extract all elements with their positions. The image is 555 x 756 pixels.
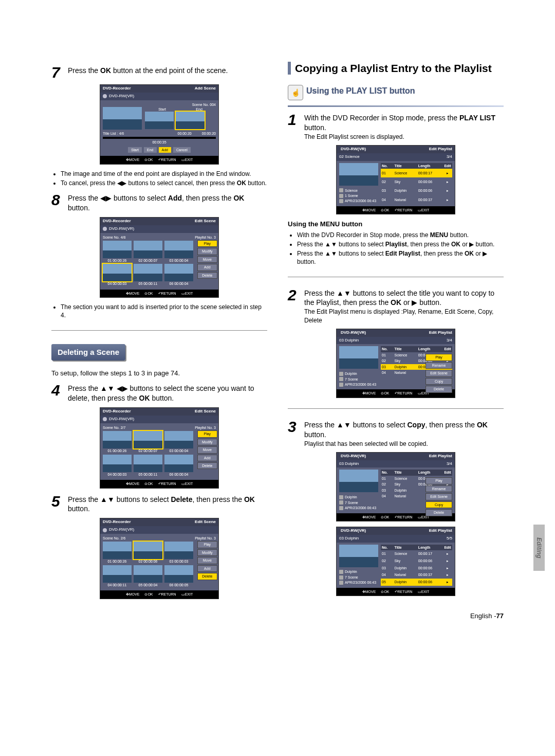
menu-bullets: With the DVD Recorder in Stop mode, pres… — [297, 231, 504, 266]
subheading: Using the PLAY LIST button — [306, 85, 415, 97]
divider — [51, 330, 267, 331]
step-8: 8 Press the ◀▶ buttons to select Add, th… — [51, 192, 267, 213]
right-step-1: 1 With the DVD Recorder in Stop mode, pr… — [288, 112, 504, 141]
left-column: 7 Press the OK button at the end point o… — [51, 62, 267, 621]
step-5: 5 Press the ▲▼ buttons to select Delete,… — [51, 494, 267, 514]
step-7: 7 Press the OK button at the end point o… — [51, 65, 267, 80]
step-text: Press the OK button at the end point of … — [68, 65, 267, 80]
side-tab: Editing — [533, 525, 545, 571]
dvd-screen-playlist-1: DVD-RW(VR)Edit Playlist 02 Science3/4 Sc… — [336, 145, 455, 214]
disc-icon — [103, 227, 107, 231]
dvd-screen-playlist-2: DVD-RW(VR)Edit Playlist 03 Dolphin3/4 Do… — [336, 329, 455, 398]
subheading-row: ☝ Using the PLAY LIST button — [288, 85, 504, 100]
right-step-3: 3 Press the ▲▼ buttons to select Copy, t… — [288, 419, 504, 448]
right-step-2: 2 Press the ▲▼ buttons to select the tit… — [288, 287, 504, 325]
manual-page: Editing 7 Press the OK button at the end… — [51, 62, 504, 621]
right-column: Copying a Playlist Entry to the Playlist… — [288, 62, 504, 621]
dvd-screen-playlist-3b: DVD-RW(VR)Edit Playlist 03 Dolphin5/5 Do… — [336, 527, 455, 596]
dvd-screen-playlist-3a: DVD-RW(VR)Edit Playlist 03 Dolphin3/4 Do… — [336, 452, 455, 521]
gradient-rule — [288, 105, 504, 107]
step-number: 7 — [51, 65, 64, 80]
dvd-screen-edit-scene-8: DVD-RecorderEdit Scene DVD-RW(VR) Scene … — [100, 217, 219, 298]
section-heading-delete: Deleting a Scene — [51, 344, 125, 361]
page-footer: English -77 — [288, 611, 504, 621]
hand-icon: ☝ — [288, 85, 303, 100]
delete-intro: To setup, follow the steps 1 to 3 in pag… — [51, 369, 267, 378]
step-8-notes: The section you want to add is inserted … — [61, 303, 267, 319]
step-7-notes: The image and time of the end point are … — [61, 170, 267, 187]
dvd-screen-edit-scene-4: DVD-RecorderEdit Scene DVD-RW(VR) Scene … — [100, 407, 219, 488]
disc-icon — [103, 94, 107, 98]
step-4: 4 Press the ▲▼ ◀▶ buttons to select the … — [51, 383, 267, 403]
menu-subheading: Using the MENU button — [288, 220, 504, 229]
page-heading: Copying a Playlist Entry to the Playlist — [288, 62, 504, 75]
dvd-screen-edit-scene-5: DVD-RecorderEdit Scene DVD-RW(VR) Scene … — [100, 518, 219, 599]
dvd-screen-add-scene: DVD-RecorderAdd Scene DVD-RW(VR) Scene N… — [100, 84, 219, 165]
